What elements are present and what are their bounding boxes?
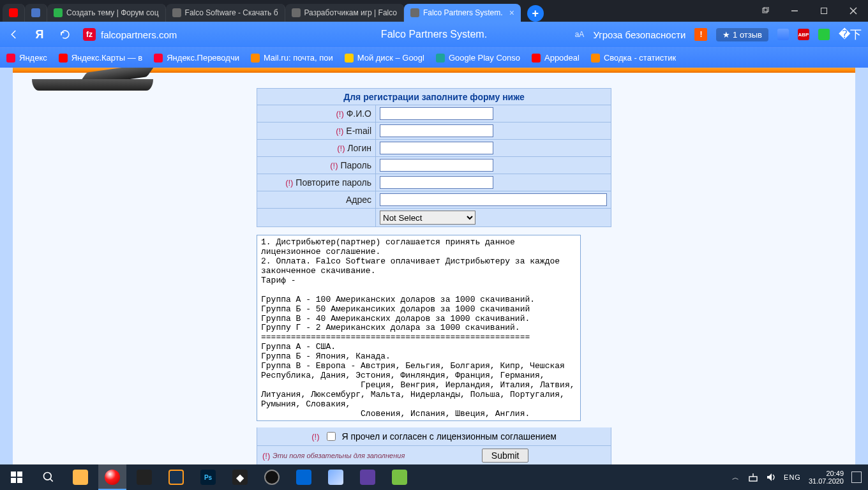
tab-label: Falco Partners System. (423, 8, 503, 17)
label-login: (!) Логин (257, 140, 376, 157)
tab-label: Создать тему | Форум соц (66, 8, 159, 17)
copy-window-button[interactable] (751, 0, 780, 22)
svg-line-11 (50, 479, 53, 482)
browser-chrome: Создать тему | Форум соц Falco Software … (0, 0, 868, 68)
bookmark-item[interactable]: Яндекс (6, 53, 47, 63)
svg-rect-9 (17, 478, 22, 483)
page-bg: Для регистрации заполните форму ниже (!)… (0, 68, 868, 464)
agree-row: (!) Я прочел и согласен с лицензионным с… (257, 427, 611, 446)
security-badge-icon[interactable]: ! (694, 28, 707, 41)
tray-network-icon[interactable] (748, 472, 758, 482)
label-country (257, 209, 376, 227)
svg-rect-1 (764, 7, 768, 11)
label-email: (!) E-mail (257, 122, 376, 140)
tray-time: 20:49 (809, 470, 844, 477)
extensions-icon[interactable] (777, 29, 789, 40)
photoshop-button[interactable]: Ps (194, 464, 222, 490)
license-textarea[interactable]: 1. Дистрибьютер(партнер) соглашается при… (257, 235, 581, 421)
form-footer: (!) Эти поля обязательны для заполнения … (257, 446, 611, 464)
svg-rect-12 (749, 477, 757, 481)
unreal-button[interactable] (258, 464, 286, 490)
orange-strip (13, 68, 855, 73)
tray-volume-icon[interactable] (766, 472, 776, 482)
country-select[interactable]: Not Select (380, 211, 475, 225)
label-password2: (!) Повторите пароль (257, 174, 376, 191)
reviews-pill[interactable]: ★ 1 отзыв (716, 28, 768, 41)
tab-strip: Создать тему | Форум соц Falco Software … (0, 0, 868, 22)
login-input[interactable] (380, 142, 493, 154)
app-button-3[interactable] (385, 464, 414, 490)
tab-5-active[interactable]: Falco Partners System. × (404, 4, 521, 22)
security-warning[interactable]: Угроза безопасности (593, 29, 685, 40)
mailru-icon (251, 54, 260, 63)
tray-date: 31.07.2020 (809, 477, 844, 485)
back-button[interactable] (6, 27, 22, 42)
bookmark-item[interactable]: Яндекс.Карты — в (59, 53, 143, 63)
mediaplayer-button[interactable] (162, 464, 190, 490)
fio-input[interactable] (380, 107, 493, 120)
submit-button[interactable]: Submit (482, 449, 529, 463)
steam-button[interactable] (130, 464, 158, 490)
label-password: (!) Пароль (257, 157, 376, 174)
explorer-button[interactable] (66, 464, 94, 490)
address-input[interactable] (380, 193, 607, 206)
bookmark-item[interactable]: Appodeal (532, 53, 580, 63)
stats-icon (591, 54, 600, 63)
yandex-browser-button[interactable] (98, 464, 126, 490)
reload-button[interactable] (57, 27, 73, 42)
url-text: falcopartners.com (101, 29, 177, 40)
bookmark-item[interactable]: Сводка - статистик (591, 53, 676, 63)
falco-icon (172, 8, 181, 17)
start-button[interactable] (3, 464, 31, 490)
tab-4[interactable]: Разработчикам игр | Falco (285, 4, 404, 22)
url-block[interactable]: fz falcopartners.com (83, 28, 177, 41)
form-header: Для регистрации заполните форму ниже (257, 89, 611, 105)
search-button[interactable] (34, 464, 63, 490)
maps-icon (59, 54, 68, 63)
tray-language[interactable]: ENG (784, 473, 801, 481)
tab-2[interactable]: Создать тему | Форум соц (47, 4, 166, 22)
svg-rect-0 (763, 8, 767, 13)
app-button-1[interactable] (290, 464, 318, 490)
tab-pinned-1[interactable] (25, 4, 47, 22)
app-button-2[interactable] (354, 464, 382, 490)
taskbar: Ps ◆ ︿ ENG 20:49 31.07.2020 (0, 464, 868, 490)
omnibar: Я fz falcopartners.com Falco Partners Sy… (0, 22, 868, 47)
close-icon[interactable]: × (509, 8, 514, 18)
minimize-button[interactable] (780, 0, 809, 22)
tray-clock[interactable]: 20:49 31.07.2020 (809, 470, 844, 485)
bookmark-item[interactable]: Mail.ru: почта, пои (251, 53, 333, 63)
agree-checkbox[interactable] (327, 432, 336, 441)
password2-input[interactable] (380, 176, 493, 189)
protect-icon[interactable] (818, 29, 830, 40)
downloads-icon[interactable]: �下 (839, 27, 862, 42)
req-mark: (!) (311, 432, 319, 442)
tray-chevron-up-icon[interactable]: ︿ (730, 472, 740, 482)
translate-icon[interactable]: аА (575, 30, 585, 39)
abp-icon[interactable]: ABP (798, 29, 809, 40)
close-window-button[interactable] (839, 0, 868, 22)
tab-pinned-0[interactable] (3, 4, 25, 22)
email-input[interactable] (380, 124, 493, 137)
appodeal-icon (532, 54, 541, 63)
falco-icon (292, 8, 301, 17)
maximize-button[interactable] (809, 0, 839, 22)
star-icon: ★ 1 отзыв (722, 30, 762, 40)
notes-button[interactable] (322, 464, 350, 490)
bookmark-item[interactable]: Мой диск – Googl (345, 53, 424, 63)
new-tab-button[interactable]: + (527, 5, 544, 22)
falco-icon (410, 8, 419, 17)
unity-button[interactable]: ◆ (226, 464, 254, 490)
bookmark-item[interactable]: Яндекс.Переводчи (154, 53, 239, 63)
svg-marker-14 (767, 473, 772, 481)
gdrive-icon (345, 54, 354, 63)
page-title: Falco Partners System. (381, 29, 487, 40)
label-address: Адрес (257, 191, 376, 209)
plus-icon: + (532, 7, 539, 20)
tray-notifications-icon[interactable] (851, 472, 862, 482)
bookmark-item[interactable]: Google Play Conso (436, 53, 520, 63)
yandex-button[interactable]: Я (32, 27, 47, 42)
password-input[interactable] (380, 159, 493, 172)
agree-label: Я прочел и согласен с лицензионным согла… (341, 431, 556, 442)
tab-3[interactable]: Falco Software - Скачать б (166, 4, 285, 22)
